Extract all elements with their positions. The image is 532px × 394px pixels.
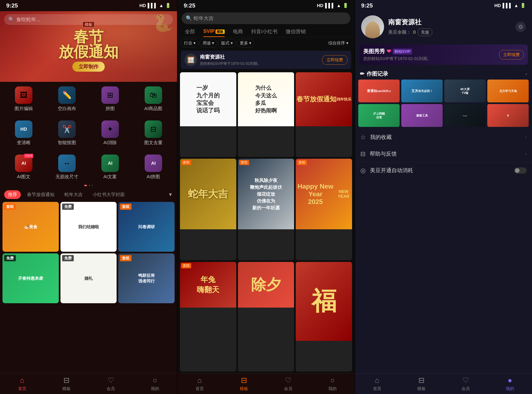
history-item-2[interactable]: 互关有关必回！ bbox=[401, 80, 443, 102]
content-card-5[interactable]: 婚礼 免费 bbox=[60, 253, 117, 303]
content-card-3[interactable]: 问卷调研 套组 bbox=[118, 202, 175, 252]
tool-label-photo-edit: 图片编辑 bbox=[15, 105, 33, 112]
tab-bar-profile: ⌂ 首页 ⊟ 模板 ♡ 会员 ● 我的 bbox=[355, 373, 532, 394]
hero-title-area: 模板 春节 放假通知 立即制作 bbox=[59, 21, 119, 72]
templates-content: 🔍 蛇年大吉 全部 SVIP模板 电商 抖音/小红书 微信营销 行业 ▾ 用途 … bbox=[177, 11, 355, 373]
tool-hd[interactable]: HD 变清晰 bbox=[2, 119, 45, 147]
history-item-7[interactable]: ... ··· bbox=[444, 104, 486, 127]
template-card-7[interactable]: 年兔嗨翻天 套组 bbox=[180, 262, 236, 372]
tab-member[interactable]: ♡ 会员 bbox=[107, 376, 115, 392]
history-item-3[interactable]: 4K大屏TV端 bbox=[444, 80, 486, 102]
content-card-6[interactable]: 鸣鼓征将强者同行 套组 bbox=[118, 253, 175, 303]
tab3-profile[interactable]: ● 我的 bbox=[506, 376, 514, 392]
filter-ecommerce[interactable]: 电商 bbox=[229, 26, 247, 37]
tab3-home[interactable]: ⌂ 首页 bbox=[373, 376, 381, 392]
history-item-4[interactable]: 北方学习天地 bbox=[487, 80, 529, 102]
tpl-badge-6: 套组 bbox=[297, 160, 307, 165]
tab2-member[interactable]: ♡ 会员 bbox=[284, 376, 292, 392]
tool-ai-copy[interactable]: AI AI文案 bbox=[89, 153, 132, 181]
content-card-2[interactable]: 我们结婚啦 免费 bbox=[60, 202, 117, 252]
template-card-1[interactable]: 一岁九个月的宝宝会说话了吗 bbox=[180, 72, 236, 157]
tab2-home[interactable]: ⌂ 首页 bbox=[196, 376, 204, 392]
template-card-2[interactable]: 为什么今天这么多瓜好热闹啊 bbox=[238, 72, 294, 157]
tool-cutout[interactable]: ✂️ 智能抠图 bbox=[45, 119, 89, 147]
promo-desc: 您的粉钻SVIP将于1970-01-01到期。 bbox=[200, 61, 319, 66]
tab2-profile-icon: ○ bbox=[330, 376, 335, 385]
tool-remove[interactable]: ✦ AI消除 bbox=[89, 119, 132, 147]
auto-consume-toggle[interactable] bbox=[514, 167, 527, 174]
tool-canvas[interactable]: ✏️ 空白画布 bbox=[45, 85, 89, 113]
history-thumb-content-1: 要通知nan2025.c bbox=[358, 80, 400, 102]
tag-snake-year[interactable]: 蛇年大吉 bbox=[61, 190, 86, 199]
tpl-img-8: 除夕 bbox=[238, 262, 294, 308]
history-item-5[interactable]: 沪上阿顾吉茗 bbox=[358, 104, 400, 127]
tool-icon-photo-edit: 🖼 bbox=[15, 86, 32, 104]
menu-help[interactable]: ⊟ 帮助与反馈 › bbox=[355, 145, 532, 162]
tool-label-ai-graphic: AI图文 bbox=[17, 174, 31, 180]
template-card-9[interactable]: 福 bbox=[296, 262, 352, 372]
dot-1 bbox=[84, 185, 87, 186]
tab2-templates[interactable]: ⊟ 模板 bbox=[240, 376, 248, 392]
hero-cta-button[interactable]: 立即制作 bbox=[72, 62, 105, 72]
history-item-8[interactable]: It bbox=[487, 104, 529, 127]
tool-icon-cutout: ✂️ bbox=[58, 120, 76, 138]
tpl-badge-4: 套组 bbox=[181, 160, 191, 165]
chip-more[interactable]: 更多 ▾ bbox=[237, 39, 255, 47]
template-card-6[interactable]: Happy New Year2025NEW YEAR 套组 bbox=[296, 159, 352, 260]
templates-search[interactable]: 🔍 蛇年大吉 bbox=[182, 12, 350, 24]
menu-auto-consume[interactable]: ◎ 美豆开通自动消耗 bbox=[355, 162, 532, 179]
filter-svip[interactable]: SVIP模板 bbox=[199, 26, 229, 37]
tab-bar-home: ⌂ 首页 ⊟ 模板 ♡ 会员 ○ 我的 bbox=[0, 373, 177, 394]
template-card-3[interactable]: 春节放假通知鸡年快乐 bbox=[296, 72, 352, 157]
content-card-1[interactable]: 🍜美食 套组 bbox=[2, 202, 59, 252]
tag-recommend[interactable]: 推荐 bbox=[4, 190, 21, 199]
sort-button[interactable]: 综合排序 ▾ bbox=[325, 39, 351, 47]
template-card-5[interactable]: 秋风除夕夜鞭炮声此起彼伏烟花绽放仿佛在为新的一年祈愿 套组 bbox=[238, 159, 294, 260]
tab-profile[interactable]: ○ 我的 bbox=[151, 376, 159, 392]
signal-icon-3: ▌▌▌ bbox=[502, 3, 512, 8]
tab-templates[interactable]: ⊟ 模板 bbox=[62, 376, 71, 392]
history-arrow[interactable]: › bbox=[526, 71, 527, 77]
template-card-8[interactable]: 除夕 bbox=[238, 262, 294, 372]
chip-industry[interactable]: 行业 ▾ bbox=[181, 39, 199, 47]
tab-member-label: 会员 bbox=[107, 386, 115, 392]
tool-ai-collage[interactable]: AI AI拼图 bbox=[132, 153, 175, 181]
home-content: 🔍 食吃蛇年... 🐍 模板 春节 放假通知 立即制作 🖼 图片编辑 ✏️ 空 bbox=[0, 11, 177, 373]
tag-spring-festival[interactable]: 春节放假通知 bbox=[23, 190, 58, 199]
tab2-profile[interactable]: ○ 我的 bbox=[328, 376, 337, 392]
tool-photo-edit[interactable]: 🖼 图片编辑 bbox=[2, 85, 45, 113]
tab2-templates-icon: ⊟ bbox=[241, 376, 247, 385]
tool-dedup[interactable]: ⊟ 图文去重 bbox=[132, 119, 175, 147]
tab-home[interactable]: ⌂ 首页 bbox=[18, 376, 26, 392]
filter-douyin[interactable]: 抖音/小红书 bbox=[247, 26, 282, 37]
history-item-6[interactable]: 极致工具 bbox=[401, 104, 443, 127]
tag-xiaohongshu[interactable]: 小红书大字封面 bbox=[89, 190, 128, 199]
wifi-icon-2: ▲ bbox=[336, 3, 341, 8]
expand-tags-icon[interactable]: ▼ bbox=[168, 192, 173, 197]
tool-ai-product[interactable]: 🛍 AI商品图 bbox=[132, 85, 175, 113]
template-grid: 一岁九个月的宝宝会说话了吗 为什么今天这么多瓜好热闹啊 春节放假通知鸡年快乐 蛇… bbox=[177, 71, 355, 373]
content-card-4[interactable]: 开春特惠来袭 免费 bbox=[2, 253, 59, 303]
tool-collage[interactable]: ⊞ 拼图 bbox=[89, 85, 132, 113]
vip-renew-button[interactable]: 立即续费 bbox=[499, 50, 524, 59]
filter-wechat[interactable]: 微信营销 bbox=[282, 26, 310, 37]
hd-icon-2: HD bbox=[317, 3, 323, 8]
chip-format[interactable]: 版式 ▾ bbox=[218, 39, 236, 47]
tab-home-label: 首页 bbox=[18, 386, 26, 392]
tab3-member[interactable]: ♡ 会员 bbox=[462, 376, 470, 392]
tab3-templates[interactable]: ⊟ 模板 bbox=[417, 376, 426, 392]
tab3-profile-icon: ● bbox=[508, 376, 512, 385]
card-badge-6: 套组 bbox=[120, 255, 131, 261]
tool-ai-graphic[interactable]: AI 小红书 AI图文 bbox=[2, 153, 45, 181]
recharge-button[interactable]: 充值 bbox=[418, 28, 432, 36]
promo-renew-button[interactable]: 立即续费 bbox=[322, 55, 347, 65]
tpl-badge-5: 套组 bbox=[239, 160, 249, 165]
tool-resize[interactable]: ↔ 无损改尺寸 bbox=[45, 153, 89, 181]
tags-row: 推荐 春节放假通知 蛇年大吉 小红书大字封面 ▼ bbox=[0, 187, 177, 202]
menu-favorites[interactable]: ☆ 我的收藏 › bbox=[355, 129, 532, 145]
chip-purpose[interactable]: 用途 ▾ bbox=[199, 39, 217, 47]
filter-all[interactable]: 全部 bbox=[181, 26, 199, 37]
template-card-4[interactable]: 蛇年大吉 套组 bbox=[180, 159, 236, 260]
settings-button[interactable]: ⚙ bbox=[515, 22, 526, 32]
history-item-1[interactable]: 要通知nan2025.c bbox=[358, 80, 400, 102]
